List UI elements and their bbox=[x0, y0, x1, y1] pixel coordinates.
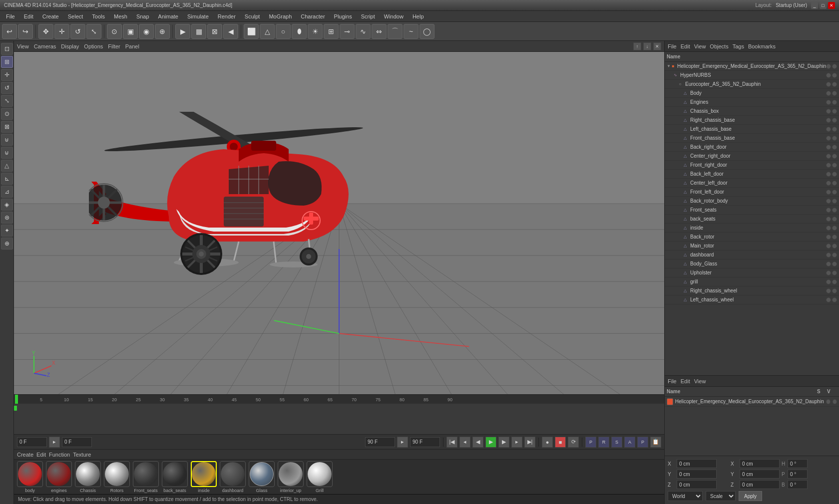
mat-strip-item-10[interactable]: Grill bbox=[307, 461, 333, 493]
menu-window[interactable]: Window bbox=[380, 12, 408, 20]
obj-vis-dot-6[interactable] bbox=[826, 127, 831, 132]
obj-render-dot-8[interactable] bbox=[832, 145, 837, 150]
obj-render-dot-20[interactable] bbox=[832, 252, 837, 257]
toolbar-btn-anim-render[interactable]: ◀ bbox=[223, 24, 238, 39]
toolbar-btn-camera[interactable]: ⊞ bbox=[324, 24, 339, 39]
menu-help[interactable]: Help bbox=[409, 12, 428, 20]
obj-render-dot-23[interactable] bbox=[832, 279, 837, 284]
tool-btn-15[interactable]: ⊕ bbox=[1, 238, 13, 250]
obj-vis-dot-13[interactable] bbox=[826, 190, 831, 195]
obj-render-dot-4[interactable] bbox=[832, 109, 837, 114]
tool-btn-13[interactable]: ⊛ bbox=[1, 212, 13, 224]
obj-render-dot-25[interactable] bbox=[832, 297, 837, 302]
obj-item-8[interactable]: △ Back_right_door bbox=[665, 143, 839, 152]
obj-item-16[interactable]: △ back_seats bbox=[665, 215, 839, 224]
tool-btn-10[interactable]: ⊾ bbox=[1, 173, 13, 185]
obj-vis-dot-1[interactable] bbox=[826, 82, 831, 87]
maximize-button[interactable]: □ bbox=[820, 2, 827, 9]
mm-tb-view[interactable]: View bbox=[694, 378, 706, 384]
obj-root[interactable]: ▼ ■ Helicopter_Emergency_Medical_Eurocop… bbox=[665, 62, 839, 71]
mm-tb-file[interactable]: File bbox=[668, 378, 677, 384]
frame-input-btn[interactable]: ▸ bbox=[49, 437, 60, 448]
toolbar-btn-env[interactable]: ◯ bbox=[420, 24, 434, 39]
toolbar-btn-deform[interactable]: ~ bbox=[404, 24, 419, 39]
obj-render-dot-1[interactable] bbox=[832, 82, 837, 87]
obj-vis-dot-7[interactable] bbox=[826, 136, 831, 141]
toolbar-btn-ir[interactable]: ⊠ bbox=[207, 24, 222, 39]
apply-button[interactable]: Apply bbox=[739, 491, 762, 501]
tool-btn-6[interactable]: ⊠ bbox=[1, 121, 13, 133]
play-button[interactable]: ▶ bbox=[485, 437, 496, 448]
record-btn[interactable]: ● bbox=[542, 437, 553, 448]
obj-item-24[interactable]: △ Right_chassis_wheel bbox=[665, 286, 839, 295]
mat-strip-item-0[interactable]: body bbox=[17, 461, 43, 493]
object-manager-list[interactable]: ▼ ■ Helicopter_Emergency_Medical_Eurocop… bbox=[665, 62, 839, 375]
menu-file[interactable]: File bbox=[2, 12, 19, 20]
toolbar-btn-sphere[interactable]: ○ bbox=[276, 24, 291, 39]
obj-vis-dot-15[interactable] bbox=[826, 208, 831, 213]
toolbar-btn-light[interactable]: ☀ bbox=[308, 24, 323, 39]
tool-btn-11[interactable]: ⊿ bbox=[1, 186, 13, 198]
tool-btn-12[interactable]: ◈ bbox=[1, 199, 13, 211]
obj-vis-dot-19[interactable] bbox=[826, 244, 831, 249]
obj-item-1[interactable]: ○ Eurocopter_AS_365_N2_Dauphin bbox=[665, 80, 839, 89]
tool-btn-0[interactable]: ⊡ bbox=[1, 43, 13, 55]
x-pos-field[interactable]: 0 cm bbox=[677, 459, 717, 468]
obj-vis-dot-21[interactable] bbox=[826, 261, 831, 266]
mat-row-dot2-0[interactable] bbox=[833, 399, 837, 404]
stop-btn[interactable]: ■ bbox=[555, 437, 566, 448]
toolbar-btn-undo[interactable]: ↩ bbox=[2, 24, 17, 39]
obj-dot-2[interactable] bbox=[832, 64, 837, 69]
tool-btn-4[interactable]: ⤡ bbox=[1, 95, 13, 107]
obj-vis-dot-2[interactable] bbox=[826, 91, 831, 96]
mat-row-0[interactable]: Helicopter_Emergency_Medical_Eurocopter_… bbox=[665, 397, 839, 407]
menu-script[interactable]: Script bbox=[357, 12, 379, 20]
mat-strip-item-8[interactable]: Glass bbox=[249, 461, 275, 493]
menu-sculpt[interactable]: Sculpt bbox=[241, 12, 264, 20]
obj-item-20[interactable]: △ dashboard bbox=[665, 251, 839, 259]
tool-btn-3[interactable]: ↺ bbox=[1, 82, 13, 94]
obj-item-25[interactable]: △ Left_chassis_wheel bbox=[665, 295, 839, 304]
obj-vis-dot-5[interactable] bbox=[826, 118, 831, 123]
obj-item-22[interactable]: △ Upholster bbox=[665, 268, 839, 277]
b-field[interactable]: 0 ° bbox=[788, 480, 808, 489]
obj-vis-dot-23[interactable] bbox=[826, 279, 831, 284]
obj-render-dot-14[interactable] bbox=[832, 199, 837, 204]
menu-snap[interactable]: Snap bbox=[132, 12, 153, 20]
obj-item-14[interactable]: △ Back_rotor_body bbox=[665, 197, 839, 206]
obj-vis-dot-10[interactable] bbox=[826, 163, 831, 168]
tool-btn-1[interactable]: ⊞ bbox=[1, 56, 13, 68]
obj-vis-dot-18[interactable] bbox=[826, 235, 831, 240]
mm-tb-edit[interactable]: Edit bbox=[681, 378, 690, 384]
scl-key-btn[interactable]: S bbox=[611, 437, 622, 448]
go-end-button[interactable]: ▶| bbox=[524, 437, 535, 448]
obj-item-2[interactable]: △ Body bbox=[665, 89, 839, 98]
toolbar-btn-move[interactable]: ✛ bbox=[54, 24, 69, 39]
obj-vis-dot-20[interactable] bbox=[826, 252, 831, 257]
obj-vis-dot-9[interactable] bbox=[826, 154, 831, 159]
toolbar-btn-nurbs[interactable]: ∿ bbox=[356, 24, 371, 39]
obj-vis-dot-11[interactable] bbox=[826, 172, 831, 177]
menu-mograph[interactable]: MoGraph bbox=[265, 12, 296, 20]
viewport-toolbar-view[interactable]: View bbox=[17, 43, 29, 49]
obj-item-5[interactable]: △ Right_chassis_base bbox=[665, 116, 839, 125]
obj-item-10[interactable]: △ Front_right_door bbox=[665, 161, 839, 170]
next-frame-button[interactable]: ▶ bbox=[498, 437, 509, 448]
mat-strip-item-1[interactable]: engines bbox=[46, 461, 72, 493]
obj-item-13[interactable]: △ Front_left_door bbox=[665, 188, 839, 197]
obj-item-18[interactable]: △ Back_rotor bbox=[665, 233, 839, 242]
obj-render-dot-3[interactable] bbox=[832, 100, 837, 105]
all-key-btn[interactable]: A bbox=[624, 437, 635, 448]
menu-plugins[interactable]: Plugins bbox=[330, 12, 356, 20]
toolbar-btn-render[interactable]: ▶ bbox=[175, 24, 190, 39]
material-list[interactable]: Helicopter_Emergency_Medical_Eurocopter_… bbox=[665, 397, 839, 456]
menu-create[interactable]: Create bbox=[38, 12, 63, 20]
rec-motion-btn[interactable]: ⟳ bbox=[568, 437, 579, 448]
tool-btn-7[interactable]: ⊎ bbox=[1, 134, 13, 146]
next-keyframe-button[interactable]: ▸ bbox=[511, 437, 522, 448]
obj-item-3[interactable]: △ Engines bbox=[665, 98, 839, 107]
obj-item-19[interactable]: △ Main_rotor bbox=[665, 242, 839, 251]
toolbar-btn-scale[interactable]: ⤡ bbox=[86, 24, 101, 39]
go-start-button[interactable]: |◀ bbox=[446, 437, 457, 448]
obj-render-dot-17[interactable] bbox=[832, 226, 837, 231]
